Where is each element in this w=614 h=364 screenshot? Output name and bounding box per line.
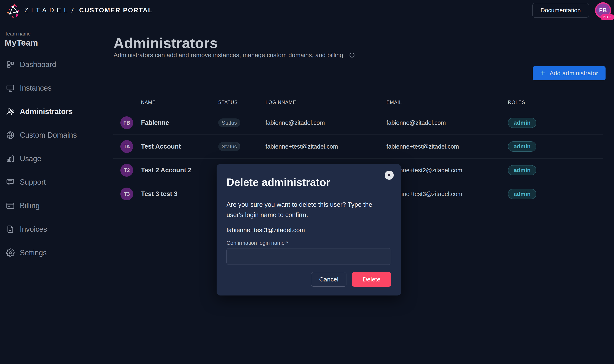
column-header-roles: ROLES [508,100,603,105]
sidebar-item-label: Billing [20,201,40,210]
status-badge: Status [218,118,240,127]
sidebar-item-label: Settings [20,248,47,257]
role-badge: admin [508,189,536,199]
usage-icon [6,154,15,163]
administrators-icon [6,107,15,116]
loginname-cell: fabienne@zitadel.com [266,119,387,126]
sidebar-item-dashboard[interactable]: Dashboard [0,53,93,76]
modal-body-text: Are you sure you want to delete this use… [227,200,391,220]
sidebar-item-label: Invoices [20,225,47,234]
confirmation-login-name-input[interactable] [227,248,391,265]
sidebar-item-instances[interactable]: Instances [0,76,93,100]
table-row[interactable]: TATest AccountStatusfabienne+test@zitade… [113,135,603,158]
column-header-loginname: LOGINNAME [266,100,387,105]
delete-administrator-modal: ✕ Delete administrator Are you sure you … [217,164,401,296]
role-badge: admin [508,118,536,128]
sidebar-item-label: Custom Domains [20,131,77,140]
sidebar-item-label: Dashboard [20,60,56,69]
brand-title: ZITADEL [24,7,70,14]
billing-icon [6,201,15,210]
sidebar: Team name MyTeam DashboardInstancesAdmin… [0,21,93,364]
header-actions: Documentation FB PRO [533,2,614,18]
sidebar-item-label: Support [20,178,46,187]
add-administrator-label: Add administrator [550,70,598,77]
email-cell: fabienne@zitadel.com [387,119,508,126]
sidebar-item-custom-domains[interactable]: Custom Domains [0,123,93,147]
admin-name: Test 3 test 3 [141,190,218,198]
status-badge: Status [218,142,240,151]
instances-icon [6,84,15,93]
roles-cell: admin [508,141,603,152]
email-cell: fabienne+test@zitadel.com [387,143,508,150]
status-cell: Status [218,142,266,151]
add-administrator-button[interactable]: + Add administrator [533,66,606,80]
page-subtitle: Administrators can add and remove instan… [114,52,345,59]
table-row[interactable]: FBFabienneStatusfabienne@zitadel.comfabi… [113,111,603,135]
settings-icon [6,248,15,257]
modal-actions: Cancel Delete [227,272,391,287]
sidebar-item-administrators[interactable]: Administrators [0,100,93,123]
avatar-cell: FB [113,116,141,129]
email-cell: fabienne+test2@zitadel.com [387,167,508,174]
sidebar-item-label: Instances [20,84,52,92]
dashboard-icon [6,60,15,69]
team-name-label: Team name [5,31,31,37]
roles-cell: admin [508,189,603,199]
column-header-name: NAME [141,100,218,105]
sidebar-item-invoices[interactable]: Invoices [0,218,93,241]
zitadel-logo-icon [6,2,21,18]
user-avatar[interactable]: FB PRO [595,2,611,18]
modal-title: Delete administrator [227,176,391,188]
avatar-cell: T2 [113,164,141,177]
custom-domains-icon [6,131,15,140]
brand-separator: / [71,7,74,14]
sidebar-item-label: Administrators [20,107,73,116]
role-badge: admin [508,165,536,175]
admin-name: Fabienne [141,119,218,127]
avatar-cell: T3 [113,188,141,200]
role-badge: admin [508,141,536,152]
invoices-icon [6,225,15,234]
portal-title: CUSTOMER PORTAL [79,7,153,14]
sidebar-item-usage[interactable]: Usage [0,147,93,170]
sidebar-item-label: Usage [20,154,41,163]
loginname-cell: fabienne+test@zitadel.com [266,143,387,150]
avatar: TA [120,140,133,153]
roles-cell: admin [508,165,603,175]
table-header: NAME STATUS LOGINNAME EMAIL ROLES [113,94,603,111]
top-header: ZITADEL / CUSTOMER PORTAL Documentation … [0,0,614,21]
page-title: Administrators [114,35,218,51]
confirmation-login-name-label: Confirmation login name * [227,240,391,246]
page-subtitle-row: Administrators can add and remove instan… [114,52,355,59]
roles-cell: admin [508,118,603,128]
email-cell: fabienne+test3@zitadel.com [387,191,508,197]
plus-icon: + [540,68,546,77]
sidebar-item-support[interactable]: Support [0,170,93,194]
column-header-status: STATUS [218,100,266,105]
close-icon[interactable]: ✕ [385,171,394,180]
pro-badge: PRO [600,14,614,20]
avatar-cell: TA [113,140,141,153]
delete-button[interactable]: Delete [352,272,391,287]
modal-login-name: fabienne+test3@zitadel.com [227,227,391,234]
sidebar-item-billing[interactable]: Billing [0,194,93,218]
info-icon[interactable] [349,52,355,58]
status-cell: Status [218,118,266,127]
avatar: FB [120,116,133,129]
column-header-email: EMAIL [387,100,508,105]
avatar: T2 [120,164,133,177]
admin-name: Test Account [141,143,218,150]
support-icon [6,178,15,187]
admin-name: Test 2 Account 2 [141,167,218,174]
documentation-button[interactable]: Documentation [533,3,589,18]
sidebar-item-settings[interactable]: Settings [0,241,93,265]
cancel-button[interactable]: Cancel [311,272,347,287]
sidebar-nav: DashboardInstancesAdministratorsCustom D… [0,53,93,265]
team-name: MyTeam [5,38,38,48]
avatar: T3 [120,188,133,200]
